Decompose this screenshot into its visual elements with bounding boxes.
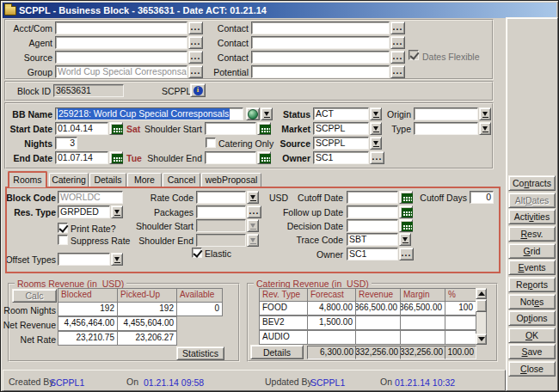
- info-button[interactable]: [190, 83, 206, 97]
- sidebar-button-resv[interactable]: Resv.: [508, 226, 556, 242]
- group-field[interactable]: World Cup Special Corresponsals: [55, 65, 187, 78]
- agent-ellipsis-button[interactable]: ...: [188, 36, 203, 49]
- details-button[interactable]: Details: [250, 345, 304, 359]
- cat-row1-type[interactable]: BEV2: [259, 315, 308, 330]
- cat-row2-forecast[interactable]: [307, 330, 356, 345]
- created-on-value: 01.21.14 09:58: [144, 377, 204, 389]
- source2-label: Source: [274, 138, 310, 150]
- bb-name-lookup-button[interactable]: [246, 107, 260, 120]
- cat-row1-margin[interactable]: [400, 315, 445, 330]
- market-field[interactable]: SCPPL: [313, 122, 369, 135]
- source-ellipsis-button[interactable]: ...: [188, 51, 203, 64]
- cat-row2-margin[interactable]: [400, 330, 445, 345]
- shoulder-start-field[interactable]: [205, 122, 256, 135]
- dates-flexible-checkbox[interactable]: [408, 50, 419, 60]
- sidebar-button-close[interactable]: Close: [508, 361, 556, 377]
- group-ellipsis-button[interactable]: ...: [188, 65, 203, 78]
- end-date-calendar-icon[interactable]: [109, 151, 123, 164]
- contact1-ellipsis-button[interactable]: ...: [390, 21, 405, 34]
- calc-button: Calc: [12, 289, 57, 303]
- sidebar-button-ok[interactable]: OK: [508, 328, 556, 343]
- created-by-label: Created By: [9, 376, 54, 388]
- tab-cancel[interactable]: Cancel: [163, 173, 200, 187]
- status-dropdown-button[interactable]: [370, 107, 382, 120]
- bb-name-dropdown-button[interactable]: [261, 107, 273, 120]
- cat-row0-pct[interactable]: 100: [445, 301, 476, 315]
- net-revenue-pickedup: 4,455,604.00: [117, 316, 177, 331]
- bb-name-field[interactable]: 259218: World Cup Special Corresponsals: [55, 107, 243, 120]
- catering-only-checkbox[interactable]: [206, 138, 216, 148]
- market-dropdown-button[interactable]: [370, 122, 382, 135]
- sidebar-button-grid[interactable]: Grid: [508, 243, 556, 259]
- status-field[interactable]: ACT: [313, 107, 369, 120]
- source2-dropdown-button[interactable]: [370, 137, 382, 150]
- shoulder-end-field[interactable]: [205, 151, 256, 164]
- sidebar-button-notes[interactable]: Notes: [508, 294, 556, 309]
- owner-ellipsis-button[interactable]: ...: [370, 151, 384, 164]
- cat-col-pct: %: [445, 288, 476, 302]
- cat-row1-forecast[interactable]: 1,500.00: [307, 315, 356, 330]
- contact1-field[interactable]: [251, 21, 390, 34]
- block-id-field: 3653631: [53, 84, 124, 97]
- contact3-ellipsis-button[interactable]: ...: [390, 51, 405, 64]
- potential-field[interactable]: [251, 65, 390, 78]
- shoulder-start-calendar-icon[interactable]: [257, 122, 271, 135]
- bb-name-selected-text: 259218: World Cup Special Corresponsals: [58, 108, 230, 119]
- contact2-ellipsis-button[interactable]: ...: [390, 36, 405, 49]
- cat-row0-margin[interactable]: 3,866,500.00: [400, 301, 445, 315]
- type-dropdown-button[interactable]: [479, 122, 491, 135]
- sidebar-button-contracts[interactable]: Contracts: [508, 175, 556, 191]
- sidebar-button-activities[interactable]: Activities: [508, 209, 556, 224]
- scrollbar-thumb[interactable]: [476, 299, 487, 312]
- origin-dropdown-button[interactable]: [479, 107, 491, 120]
- end-date-field[interactable]: 01.07.14: [55, 151, 108, 164]
- cat-row0-type[interactable]: FOOD: [259, 301, 308, 315]
- tab-catering[interactable]: Catering: [49, 173, 89, 187]
- source-label: Source: [3, 52, 52, 64]
- cat-row2-type[interactable]: AUDIO: [259, 330, 308, 345]
- nights-field[interactable]: 3: [55, 137, 77, 150]
- sidebar-button-events[interactable]: Events: [508, 260, 556, 275]
- tab-rooms[interactable]: Rooms: [8, 171, 47, 187]
- cat-row0-forecast[interactable]: 4,800.00: [307, 301, 356, 315]
- owner-field[interactable]: SC1: [313, 151, 369, 164]
- acct-com-ellipsis-button[interactable]: ...: [188, 21, 203, 34]
- tab-more[interactable]: More: [127, 173, 162, 187]
- potential-ellipsis-button[interactable]: ...: [390, 65, 405, 78]
- cat-col-revtype: Rev. Type: [259, 288, 308, 302]
- scroll-down-icon[interactable]: [476, 334, 487, 345]
- end-date-label: End Date: [3, 152, 52, 164]
- title-bar[interactable]: SCPPL - Business Block - 3653631 - Date …: [3, 3, 556, 18]
- shoulder-start-label: Shoulder Start: [140, 123, 202, 135]
- folder-icon: [4, 6, 16, 15]
- agent-field[interactable]: [55, 36, 187, 49]
- tab-details[interactable]: Details: [89, 173, 126, 187]
- start-date-calendar-icon[interactable]: [109, 122, 123, 135]
- contact3-field[interactable]: [251, 51, 390, 64]
- cat-row2-revenue[interactable]: [355, 330, 401, 345]
- cat-row2-pct[interactable]: [445, 330, 476, 345]
- origin-field[interactable]: [414, 107, 478, 120]
- shoulder-end-calendar-icon[interactable]: [257, 151, 271, 164]
- contact2-field[interactable]: [251, 36, 390, 49]
- cat-col-margin: Margin: [400, 288, 445, 302]
- start-date-label: Start Date: [3, 123, 52, 135]
- rooms-rev-col-pickedup: Picked-Up: [117, 288, 177, 303]
- source2-field[interactable]: SCPPL: [313, 137, 369, 150]
- scroll-up-icon[interactable]: [476, 288, 487, 299]
- type-field[interactable]: [414, 122, 478, 135]
- acct-com-field[interactable]: [55, 21, 187, 34]
- tab-webproposal[interactable]: webProposal: [201, 173, 261, 187]
- cat-row1-pct[interactable]: [445, 315, 476, 330]
- start-date-field[interactable]: 01.04.14: [55, 122, 108, 135]
- cat-row1-revenue[interactable]: [355, 315, 401, 330]
- start-day-label: Sat: [126, 123, 140, 135]
- sidebar-button-save[interactable]: Save: [508, 344, 556, 359]
- cat-row0-revenue[interactable]: 3,866,500.00: [355, 301, 401, 315]
- sidebar-button-options[interactable]: Options: [508, 310, 556, 326]
- rooms-tab-panel: [5, 187, 501, 273]
- statistics-button[interactable]: Statistics: [176, 346, 224, 360]
- updated-on-value: 01.21.14 10:32: [395, 377, 455, 389]
- source-field[interactable]: [55, 51, 187, 64]
- sidebar-button-reports[interactable]: Reports: [508, 277, 556, 292]
